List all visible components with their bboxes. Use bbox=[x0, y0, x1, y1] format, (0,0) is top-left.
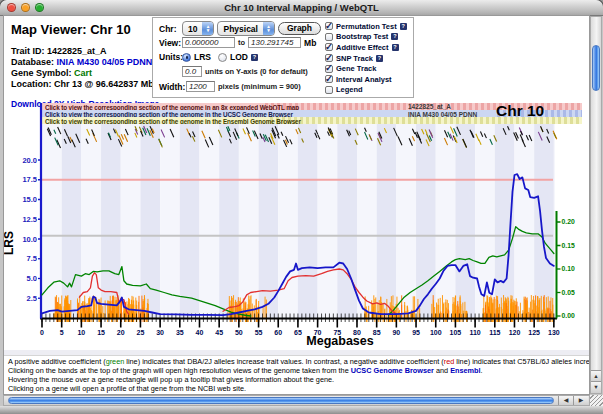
gene-track[interactable] bbox=[42, 124, 555, 148]
y-units-input[interactable] bbox=[182, 66, 202, 77]
info-field-trait-id: Trait ID: 1422825_at_A bbox=[11, 46, 151, 57]
chevron-up-down-icon: ▴▾ bbox=[263, 22, 274, 35]
view-row: View: to Mb bbox=[159, 37, 316, 48]
view-to-input[interactable] bbox=[248, 37, 301, 48]
mapping-controls-box: Chr: 10 ▴▾ Physical ▴▾ Graph View: to Mb bbox=[152, 17, 414, 98]
help-icon[interactable]: ? bbox=[376, 55, 383, 62]
horizontal-scrollbar-thumb[interactable] bbox=[8, 397, 554, 404]
chart-trait-label: 1422825_at_A bbox=[408, 103, 451, 110]
view-from-input[interactable] bbox=[182, 37, 235, 48]
units-label: Units: bbox=[159, 52, 179, 62]
horizontal-scrollbar[interactable]: ◀ ▶ bbox=[3, 395, 590, 406]
field-label: Database: bbox=[11, 57, 57, 67]
scroll-down-arrow[interactable]: ▼ bbox=[591, 381, 601, 393]
checkbox-additive-effect[interactable]: Additive Effect? bbox=[325, 42, 407, 53]
svg-text:0.15: 0.15 bbox=[562, 242, 575, 249]
chart-chr-label: Chr 10 bbox=[496, 102, 544, 120]
checkbox-snp-track[interactable]: SNP Track? bbox=[325, 53, 407, 64]
svg-text:7.5: 7.5 bbox=[27, 254, 37, 263]
scroll-right-arrow[interactable]: ▶ bbox=[573, 396, 588, 405]
view-label: View: bbox=[159, 38, 179, 48]
checked-checkbox-icon[interactable] bbox=[325, 65, 333, 73]
footer-text: . bbox=[481, 366, 483, 375]
checked-checkbox-icon[interactable] bbox=[325, 22, 333, 30]
units-lrs-label: LRS bbox=[194, 52, 211, 62]
checkbox-bootstrap-test[interactable]: Bootstrap Test? bbox=[325, 32, 407, 43]
footer-line-3: Hovering the mouse over a gene rectangle… bbox=[8, 375, 586, 384]
info-field-database: Database: INIA M430 04/05 PDNN bbox=[11, 57, 151, 68]
svg-text:5.0: 5.0 bbox=[27, 274, 37, 283]
footer-text: Clicking on a gene will open a profile o… bbox=[8, 384, 246, 393]
minimize-button[interactable] bbox=[21, 3, 30, 12]
checkbox-permutation-test[interactable]: Permutation Test? bbox=[325, 21, 407, 32]
checkbox-gene-track[interactable]: Gene Track bbox=[325, 63, 407, 74]
checkbox-legend[interactable]: Legend bbox=[325, 85, 407, 96]
help-icon[interactable]: ? bbox=[392, 44, 399, 51]
chr-row: Chr: 10 ▴▾ Physical ▴▾ Graph bbox=[159, 21, 321, 36]
map-type-select[interactable]: Physical ▴▾ bbox=[217, 21, 275, 36]
chr-select-value: 10 bbox=[188, 24, 197, 34]
track-options: Permutation Test?Bootstrap Test?Additive… bbox=[325, 21, 407, 95]
info-field-location: Location: Chr 13 @ 96.642837 Mb bbox=[11, 79, 151, 90]
chevron-up-down-icon: ▴▾ bbox=[202, 22, 213, 35]
chart-dataset-label: INIA M430 04/05 PDNN bbox=[408, 111, 477, 118]
footer-text: Clicking on the bands at the top of the … bbox=[8, 366, 351, 375]
unchecked-checkbox-icon[interactable] bbox=[325, 86, 333, 94]
units-row: Units: LRS LOD ? bbox=[159, 52, 258, 62]
svg-text:12.5: 12.5 bbox=[22, 215, 37, 224]
help-icon[interactable]: ? bbox=[391, 33, 398, 40]
units-lrs-radio[interactable] bbox=[182, 53, 191, 62]
field-label: Location: bbox=[11, 79, 54, 89]
footer-text: red bbox=[444, 357, 455, 366]
units-lod-radio[interactable] bbox=[218, 53, 227, 62]
vertical-scrollbar[interactable]: ▲ ▼ bbox=[590, 16, 602, 394]
footer-text: line) indicates that DBA/2J alleles incr… bbox=[124, 357, 443, 366]
checked-checkbox-icon[interactable] bbox=[325, 75, 333, 83]
checkbox-interval-analyst[interactable]: Interval Analyst bbox=[325, 74, 407, 85]
unchecked-checkbox-icon[interactable] bbox=[325, 33, 333, 41]
additive-axis: 0.000.050.100.150.20 bbox=[557, 211, 575, 319]
info-field-gene-symbol: Gene Symbol: Cart bbox=[11, 68, 151, 79]
chr-select[interactable]: 10 ▴▾ bbox=[182, 21, 214, 36]
checkbox-label: Bootstrap Test bbox=[336, 32, 388, 41]
checked-checkbox-icon[interactable] bbox=[325, 43, 333, 51]
units-lod-label: LOD bbox=[230, 52, 248, 62]
checked-checkbox-icon[interactable] bbox=[325, 54, 333, 62]
resize-grip[interactable] bbox=[590, 395, 603, 406]
scroll-left-arrow[interactable]: ◀ bbox=[558, 396, 573, 405]
y-units-row: units on Y-axis (0 for default) bbox=[159, 66, 308, 77]
plot-area bbox=[42, 148, 555, 334]
trait-info-panel: Map Viewer: Chr 10 Trait ID: 1422825_at_… bbox=[11, 22, 151, 109]
field-label: Trait ID: bbox=[11, 46, 47, 56]
help-icon[interactable]: ? bbox=[400, 23, 407, 30]
svg-text:2.5: 2.5 bbox=[27, 294, 37, 303]
footer-text: green bbox=[106, 357, 125, 366]
svg-text:0.00: 0.00 bbox=[562, 312, 575, 319]
footer-text: A positive additive coefficient ( bbox=[8, 357, 106, 366]
footer-line-1: A positive additive coefficient (green l… bbox=[8, 357, 586, 366]
trait-info-fields: Trait ID: 1422825_at_ADatabase: INIA M43… bbox=[11, 46, 151, 90]
svg-text:0.05: 0.05 bbox=[562, 289, 575, 296]
footer-link-ensembl[interactable]: Ensembl bbox=[450, 366, 480, 375]
window-bottom-frame bbox=[0, 406, 603, 414]
lrs-axis: 2.55.07.510.012.515.017.520.0LRS bbox=[4, 103, 41, 319]
graph-button[interactable]: Graph bbox=[278, 22, 321, 35]
map-type-value: Physical bbox=[223, 24, 258, 34]
field-value[interactable]: INIA M430 04/05 PDNN bbox=[57, 57, 153, 67]
page-content: Map Viewer: Chr 10 Trait ID: 1422825_at_… bbox=[3, 15, 590, 395]
banner-text: Click to view the corresponding section … bbox=[45, 111, 293, 118]
svg-text:0.10: 0.10 bbox=[562, 265, 575, 272]
svg-text:17.5: 17.5 bbox=[22, 175, 37, 184]
checkbox-label: Gene Track bbox=[336, 64, 376, 73]
checkbox-label: Additive Effect bbox=[336, 43, 389, 52]
width-input[interactable] bbox=[186, 81, 215, 92]
vertical-scrollbar-thumb[interactable] bbox=[592, 45, 600, 91]
horizontal-scroll-arrows: ◀ ▶ bbox=[558, 396, 588, 405]
field-value: Cart bbox=[74, 68, 92, 78]
field-value: Chr 13 @ 96.642837 Mb bbox=[54, 79, 154, 89]
units-help-icon[interactable]: ? bbox=[251, 54, 258, 61]
footer-link-ucsc-genome-browser[interactable]: UCSC Genome Browser bbox=[351, 366, 434, 375]
footer-text: Hovering the mouse over a gene rectangle… bbox=[8, 375, 334, 384]
footer-text: and bbox=[434, 366, 450, 375]
close-button[interactable] bbox=[7, 3, 16, 12]
